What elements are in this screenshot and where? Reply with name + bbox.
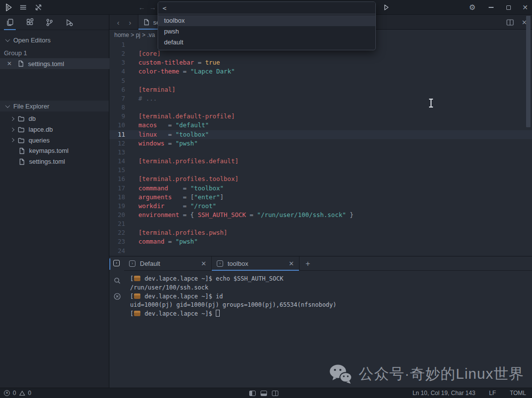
code-editor[interactable]: 12[core]3custom-titlebar = true4color-th… (109, 40, 532, 256)
split-editor-icon[interactable] (506, 19, 514, 26)
settings-gear-icon[interactable]: ⚙ (467, 2, 477, 12)
tree-item-keymaps.toml[interactable]: keymaps.toml (0, 145, 109, 156)
file-icon (19, 147, 25, 154)
code-line-6[interactable]: 6[terminal] (109, 85, 532, 94)
line-number: 19 (109, 202, 129, 211)
line-number: 18 (109, 193, 129, 202)
eol-indicator[interactable]: LF (489, 390, 496, 397)
code-line-15[interactable]: 15 (109, 166, 532, 175)
code-line-16[interactable]: 16[terminal.profiles.toolbox] (109, 175, 532, 183)
code-text: macos = "default" (138, 121, 209, 130)
editor-scrollbar[interactable] (526, 15, 531, 230)
palette-input[interactable]: < (158, 2, 375, 14)
file-explorer-header[interactable]: File Explorer (0, 101, 109, 111)
code-line-7[interactable]: 7# ... (109, 94, 532, 103)
line-number: 12 (109, 139, 129, 148)
tree-item-queries[interactable]: queries (0, 135, 109, 145)
menu-icon[interactable] (18, 2, 28, 12)
chevron-right-icon (10, 117, 14, 121)
code-line-20[interactable]: 20environment = { SSH_AUTH_SOCK = "/run/… (109, 211, 532, 219)
problems-icon[interactable] (113, 292, 122, 301)
toggle-bottom-panel-icon[interactable] (261, 391, 267, 396)
lapce-window: ← → ⚙ ✕ < toolboxpwshdefault (0, 0, 532, 398)
code-line-12[interactable]: 12windows = "pwsh" (109, 139, 532, 148)
window-maximize-button[interactable] (503, 2, 513, 12)
code-line-5[interactable]: 5 (109, 76, 532, 85)
code-line-21[interactable]: 21 (109, 219, 532, 228)
code-text: commmand = "toolbox" (138, 184, 224, 193)
code-line-11[interactable]: 11linux = "toolbox" (109, 130, 532, 139)
tree-item-settings.toml[interactable]: settings.toml (0, 156, 109, 167)
files-panel-tab[interactable] (4, 15, 16, 30)
window-minimize-button[interactable] (486, 2, 496, 12)
code-line-13[interactable]: 13 (109, 148, 532, 157)
close-icon[interactable]: ✕ (201, 260, 206, 267)
terminal-panel-icon[interactable]: › (113, 260, 122, 268)
palette-item-default[interactable]: default (158, 37, 375, 48)
window-close-button[interactable]: ✕ (520, 2, 530, 12)
code-line-22[interactable]: 22[terminal.profiles.pwsh] (109, 228, 532, 237)
run-button[interactable] (381, 2, 391, 12)
line-number: 20 (109, 211, 129, 219)
open-editors-header[interactable]: Open Editors (0, 35, 109, 45)
file-icon (19, 158, 25, 165)
history-forward-icon[interactable]: → (148, 2, 158, 12)
search-icon[interactable] (113, 277, 122, 285)
code-line-24[interactable]: 24 (109, 247, 532, 255)
code-line-4[interactable]: 4color-theme = "Lapce Dark" (109, 67, 532, 76)
history-back-icon[interactable]: ← (137, 2, 147, 12)
plugins-panel-tab[interactable] (24, 15, 35, 30)
close-icon[interactable]: ✕ (7, 60, 12, 67)
toggle-left-panel-icon[interactable] (249, 391, 256, 396)
language-mode[interactable]: TOML (510, 390, 526, 397)
tree-item-label: queries (29, 137, 50, 144)
code-text: custom-titlebar = true (138, 58, 220, 67)
scrollbar-thumb[interactable] (526, 16, 531, 127)
chevron-down-icon (5, 103, 10, 108)
code-line-19[interactable]: 19workdir = "/root" (109, 202, 532, 211)
wechat-icon (329, 363, 352, 384)
toggle-right-panel-icon[interactable] (272, 391, 278, 396)
editor-column: ‹ › settings.toml ✕ home > pj > .va 12[c… (109, 15, 532, 256)
sidebar-tab-bar (0, 15, 109, 30)
tree-item-label: settings.toml (29, 158, 65, 165)
remote-icon[interactable] (33, 2, 43, 12)
code-line-18[interactable]: 18arguments = ["enter"] (109, 193, 532, 202)
new-terminal-button[interactable]: + (299, 256, 316, 271)
line-number: 21 (109, 219, 129, 228)
code-line-17[interactable]: 17commmand = "toolbox" (109, 184, 532, 193)
palette-query: < (163, 4, 166, 12)
warning-count: 0 (28, 390, 32, 397)
nav-forward-button[interactable]: › (125, 15, 135, 30)
open-editors-label: Open Editors (13, 36, 51, 44)
tree-item-db[interactable]: db (0, 113, 109, 124)
line-number: 16 (109, 175, 129, 183)
tree-item-lapce.db[interactable]: lapce.db (0, 124, 109, 135)
code-text: [terminal.profiles.default] (138, 157, 238, 166)
code-line-2[interactable]: 2[core] (109, 49, 532, 58)
terminal-line-2: /run/user/100/ssh.sock (130, 284, 532, 292)
code-line-3[interactable]: 3custom-titlebar = true (109, 58, 532, 67)
code-line-23[interactable]: 23command = "pwsh" (109, 237, 532, 246)
source-control-icon (45, 18, 54, 27)
palette-item-toolbox[interactable]: toolbox (158, 15, 375, 26)
cursor-position[interactable]: Ln 10, Col 19, Char 143 (412, 390, 475, 397)
palette-item-pwsh[interactable]: pwsh (158, 26, 375, 37)
code-line-10[interactable]: 10macos = "default" (109, 121, 532, 130)
code-line-9[interactable]: 9[terminal.default-profile] (109, 112, 532, 121)
nav-back-button[interactable]: ‹ (113, 15, 123, 30)
error-count: 0 (13, 390, 16, 397)
terminal-icon: › (217, 260, 223, 267)
close-icon[interactable]: ✕ (289, 260, 294, 267)
source-control-panel-tab[interactable] (43, 15, 55, 30)
palette-dropdown-list: toolboxpwshdefault (158, 14, 375, 50)
terminal-tab-Default[interactable]: ›Default✕ (124, 256, 212, 271)
code-text: windows = "pwsh" (138, 139, 198, 148)
error-count-icon: ✕ (4, 390, 10, 396)
problems-summary[interactable]: ✕ 0 0 (0, 390, 31, 397)
terminal-tab-toolbox[interactable]: ›toolbox✕ (212, 256, 299, 271)
debug-panel-tab[interactable] (63, 15, 75, 30)
code-line-8[interactable]: 8 (109, 103, 532, 112)
code-line-14[interactable]: 14[terminal.profiles.default] (109, 157, 532, 166)
open-editor-item-settings-toml[interactable]: ✕ settings.toml (0, 58, 109, 69)
